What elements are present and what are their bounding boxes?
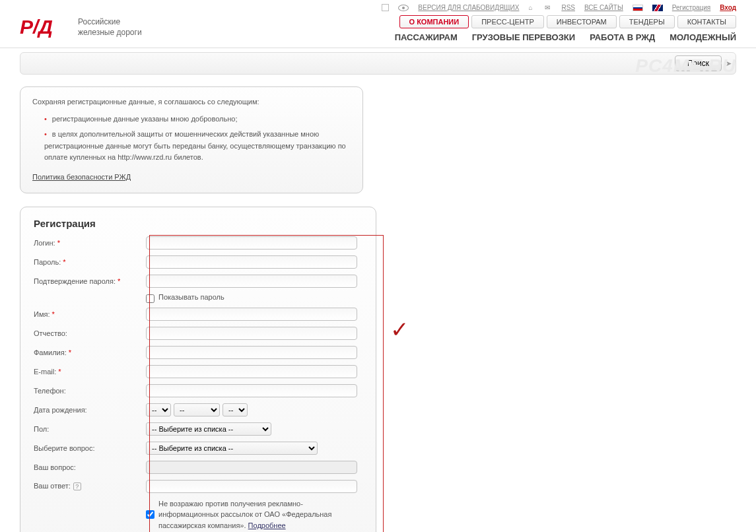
password-input[interactable] [146, 255, 357, 269]
search-button[interactable]: Поиск [675, 55, 722, 71]
consent-item: в целях дополнительной защиты от мошенни… [44, 129, 351, 164]
logo[interactable]: Р/Д Российские железные дороги [20, 15, 142, 40]
low-vision-link[interactable]: ВЕРСИЯ ДЛЯ СЛАБОВИДЯЩИХ [418, 4, 519, 11]
phone-input[interactable] [146, 384, 357, 397]
nav-press[interactable]: ПРЕСС-ЦЕНТР [471, 15, 544, 28]
firstname-label: Имя:* [34, 310, 146, 318]
password-confirm-input[interactable] [146, 275, 357, 288]
your-question-label: Ваш вопрос: [34, 463, 146, 471]
dob-month-select[interactable]: -- [174, 403, 220, 416]
gender-label: Пол: [34, 425, 146, 433]
rss-link[interactable]: RSS [561, 4, 575, 11]
your-answer-label: Ваш ответ:? [34, 482, 146, 490]
question-label: Выберите вопрос: [34, 444, 146, 452]
lastname-label: Фамилия:* [34, 349, 146, 356]
home-icon[interactable]: ⌂ [528, 4, 535, 11]
dob-label: Дата рождения: [34, 406, 146, 414]
login-label: Логин:* [34, 239, 146, 247]
eye-icon [398, 5, 409, 11]
all-sites-link[interactable]: ВСЕ САЙТЫ [584, 4, 623, 11]
login-input[interactable] [146, 236, 357, 249]
consent-panel: Сохраняя регистрационные данные, я согла… [20, 86, 363, 193]
phone-label: Телефон: [34, 387, 146, 395]
marketing-more-link[interactable]: Подробнее [248, 521, 286, 529]
question-select[interactable]: -- Выберите из списка -- [146, 442, 318, 455]
consent-item: регистрационные данные указаны мною добр… [44, 114, 351, 125]
search-input[interactable] [24, 56, 671, 71]
nav-youth[interactable]: МОЛОДЕЖНЫЙ [670, 32, 736, 42]
rzd-logo-icon: Р/Д [20, 15, 71, 40]
nav-about[interactable]: О КОМПАНИИ [399, 15, 469, 28]
search-go-icon[interactable]: ➤ [726, 59, 732, 68]
your-question-input [146, 461, 357, 474]
show-password-checkbox[interactable] [146, 294, 155, 303]
login-link[interactable]: Вход [720, 4, 736, 11]
middlename-input[interactable] [146, 327, 357, 340]
nav-tenders[interactable]: ТЕНДЕРЫ [619, 15, 675, 28]
svg-text:Р/Д: Р/Д [20, 16, 53, 38]
device-icon [382, 4, 389, 11]
brand-text: Российские железные дороги [78, 17, 142, 38]
dob-day-select[interactable]: -- [146, 403, 171, 416]
firstname-input[interactable] [146, 308, 357, 321]
mail-icon[interactable]: ✉ [545, 4, 552, 11]
nav-contacts[interactable]: КОНТАКТЫ [677, 15, 736, 28]
marketing-text: Не возражаю против получения рекламно-ин… [158, 498, 362, 531]
register-link[interactable]: Регистрация [672, 4, 710, 11]
consent-intro: Сохраняя регистрационные данные, я согла… [32, 96, 351, 108]
registration-title: Регистрация [34, 218, 362, 229]
annotation-check-icon: ✓ [390, 316, 409, 343]
lastname-input[interactable] [146, 346, 357, 359]
show-password-label: Показывать пароль [158, 293, 224, 301]
email-input[interactable] [146, 365, 357, 378]
flag-ru-icon[interactable] [633, 5, 643, 11]
middlename-label: Отчество: [34, 329, 146, 337]
help-icon[interactable]: ? [73, 482, 81, 490]
dob-year-select[interactable]: -- [223, 403, 248, 416]
email-label: E-mail:* [34, 368, 146, 376]
nav-passengers[interactable]: ПАССАЖИРАМ [395, 32, 458, 42]
nav-freight[interactable]: ГРУЗОВЫЕ ПЕРЕВОЗКИ [472, 32, 575, 42]
flag-en-icon[interactable] [652, 5, 663, 11]
nav-jobs[interactable]: РАБОТА В РЖД [590, 32, 655, 42]
password-confirm-label: Подтверждение пароля:* [34, 277, 146, 285]
marketing-checkbox[interactable] [146, 498, 155, 531]
registration-panel: Регистрация ✓ Логин:* Пароль:* Подтвержд… [20, 207, 376, 532]
policy-link[interactable]: Политика безопасности РЖД [32, 172, 131, 183]
nav-investors[interactable]: ИНВЕСТОРАМ [547, 15, 617, 28]
gender-select[interactable]: -- Выберите из списка -- [146, 422, 271, 436]
password-label: Пароль:* [34, 258, 146, 266]
your-answer-input[interactable] [146, 480, 357, 493]
